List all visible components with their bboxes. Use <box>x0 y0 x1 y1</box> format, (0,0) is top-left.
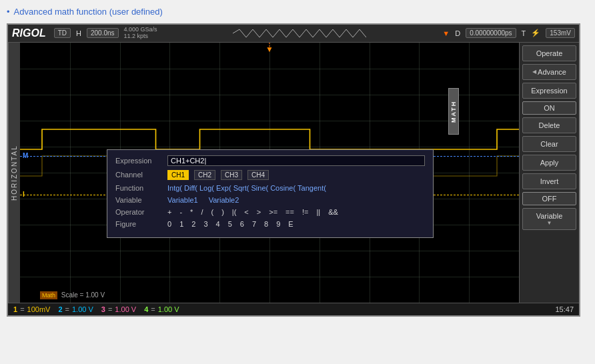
ch1-button[interactable]: CH1 <box>167 170 189 180</box>
ch2-button[interactable]: CH2 <box>194 170 215 180</box>
fig-1[interactable]: 1 <box>179 220 183 228</box>
fig-9[interactable]: 9 <box>276 220 280 228</box>
fig-e[interactable]: E <box>288 220 293 228</box>
func-cosine[interactable]: Cosine( <box>270 184 295 192</box>
function-field-label: Function <box>115 184 162 192</box>
variable-button[interactable]: Variable ▼ <box>522 208 576 230</box>
func-log[interactable]: Log( <box>199 184 214 192</box>
op-paren-close[interactable]: ) <box>221 208 224 216</box>
variable1[interactable]: Variable1 <box>167 196 198 204</box>
operate-button[interactable]: Operate <box>522 45 576 61</box>
op-paren-open[interactable]: ( <box>211 208 213 216</box>
fig-5[interactable]: 5 <box>228 220 232 228</box>
clear-button[interactable]: Clear <box>522 136 576 152</box>
op-neq[interactable]: != <box>302 208 308 216</box>
operator-field-label: Operator <box>115 208 162 216</box>
ch4-status: 4 = 1.00 V <box>144 305 179 313</box>
trigger-down-marker: ▼ <box>442 29 450 37</box>
scope-wrapper: HORIZONTAL <box>8 43 519 303</box>
op-and[interactable]: && <box>328 208 338 216</box>
time-div-badge: 200.0ns <box>87 28 119 38</box>
expression-button[interactable]: Expression <box>522 83 576 99</box>
fig-4[interactable]: 4 <box>216 220 220 228</box>
fig-7[interactable]: 7 <box>252 220 256 228</box>
expression-input[interactable] <box>167 155 425 166</box>
fig-3[interactable]: 3 <box>203 220 207 228</box>
figure-field-label: Figure <box>115 220 162 228</box>
d-label: D <box>455 29 460 37</box>
func-diff[interactable]: Diff( <box>184 184 197 192</box>
op-plus[interactable]: + <box>167 208 171 216</box>
expression-field-label: Expression <box>115 157 162 165</box>
horizontal-label: HORIZONTAL <box>8 43 20 303</box>
sample-info: 4.000 GSa/s 11.2 kpts <box>124 27 157 40</box>
fig-0[interactable]: 0 <box>167 220 171 228</box>
op-gte[interactable]: >= <box>269 208 277 216</box>
op-or[interactable]: || <box>316 208 320 216</box>
apply-button[interactable]: Apply <box>522 155 576 171</box>
op-mult[interactable]: * <box>190 208 193 216</box>
ch4-button[interactable]: CH4 <box>247 170 269 180</box>
func-exp[interactable]: Exp( <box>216 184 231 192</box>
oscilloscope-ui: RIGOL TD H 200.0ns 4.000 GSa/s 11.2 kpts… <box>7 23 580 317</box>
math-scale-label: Math Scale = 1.00 V <box>40 291 105 299</box>
waveform-svg <box>233 28 366 39</box>
variable2[interactable]: Variable2 <box>209 196 239 204</box>
right-sidebar: Operate Advance Expression ON Delete Cle… <box>519 43 579 303</box>
trigger-top-marker: ▼ <box>265 45 273 54</box>
op-pipe[interactable]: |( <box>232 208 237 216</box>
t-label: T <box>522 29 526 37</box>
function-row: Function Intg( Diff( Log( Exp( Sqrt( Sin… <box>115 184 425 192</box>
bottom-bar: 1 = 100mV 2 = 1.00 V 3 = 1.00 V 4 = 1.00… <box>8 303 579 315</box>
pts-count: 11.2 kpts <box>124 33 157 40</box>
invert-button[interactable]: Invert <box>522 173 576 189</box>
variable-arrow-icon: ▼ <box>547 220 552 226</box>
op-lt[interactable]: < <box>244 208 248 216</box>
variable-row: Variable Variable1 Variable2 <box>115 196 425 204</box>
fig-8[interactable]: 8 <box>264 220 268 228</box>
ch2-status: 2 = 1.00 V <box>58 305 93 313</box>
function-items: Intg( Diff( Log( Exp( Sqrt( Sine( Cosine… <box>167 184 326 192</box>
ch3-status: 3 = 1.00 V <box>101 305 136 313</box>
h-label: H <box>76 29 81 37</box>
func-sine[interactable]: Sine( <box>251 184 268 192</box>
op-gt[interactable]: > <box>257 208 261 216</box>
expression-state-button[interactable]: ON <box>522 101 576 115</box>
time-display: 15:47 <box>555 305 574 313</box>
math-scale-value: Scale = 1.00 V <box>61 291 105 299</box>
invert-state-button[interactable]: OFF <box>522 192 576 205</box>
fig-2[interactable]: 2 <box>191 220 195 228</box>
operator-row: Operator + - * / ( ) |( < > >= == != || <box>115 208 425 216</box>
mode-badge: TD <box>54 28 71 38</box>
channel-row: Channel CH1 CH2 CH3 CH4 <box>115 170 425 180</box>
page-title: Advanced math function (user defined) <box>7 7 588 17</box>
math-tab[interactable]: MATH <box>448 88 459 135</box>
op-minus[interactable]: - <box>179 208 182 216</box>
op-eq[interactable]: == <box>285 208 294 216</box>
time-offset: 0.00000000ps <box>466 28 516 38</box>
channel-field-label: Channel <box>115 171 162 179</box>
advance-button[interactable]: Advance <box>522 64 576 80</box>
op-div[interactable]: / <box>201 208 203 216</box>
ch3-button[interactable]: CH3 <box>221 170 242 180</box>
func-sqrt[interactable]: Sqrt( <box>233 184 249 192</box>
rigol-logo: RIGOL <box>12 27 46 39</box>
trigger-icon: ⚡ <box>531 29 540 37</box>
ch1-status: 1 = 100mV <box>13 305 50 313</box>
top-bar: RIGOL TD H 200.0ns 4.000 GSa/s 11.2 kpts… <box>8 25 579 43</box>
waveform-indicator <box>163 28 438 39</box>
func-intg[interactable]: Intg( <box>167 184 182 192</box>
scope-display: ▼ M I Expression <box>20 43 519 303</box>
expression-row: Expression <box>115 155 425 166</box>
trigger-level: 153mV <box>546 28 575 38</box>
func-tangent[interactable]: Tangent( <box>298 184 326 192</box>
expression-dialog: Expression Channel CH1 CH2 CH3 CH4 Funct… <box>107 149 434 238</box>
math-tag: Math <box>40 291 57 299</box>
fig-6[interactable]: 6 <box>240 220 244 228</box>
variable-field-label: Variable <box>115 196 162 204</box>
delete-button[interactable]: Delete <box>522 117 576 133</box>
figure-row: Figure 0 1 2 3 4 5 6 7 8 9 E <box>115 220 425 228</box>
main-area: HORIZONTAL <box>8 43 579 303</box>
